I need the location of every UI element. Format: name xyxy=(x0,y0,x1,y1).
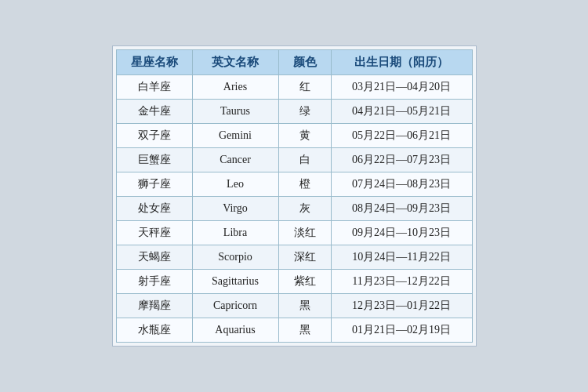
cell-cn: 天秤座 xyxy=(116,221,192,245)
table-row: 狮子座Leo橙07月24日—08月23日 xyxy=(116,172,472,197)
cell-en: Virgo xyxy=(192,197,278,221)
cell-en: Leo xyxy=(192,172,278,197)
cell-en: Sagittarius xyxy=(192,270,278,294)
table-row: 金牛座Taurus绿04月21日—05月21日 xyxy=(116,100,472,124)
cell-date: 12月23日—01月22日 xyxy=(331,294,472,318)
table-row: 巨蟹座Cancer白06月22日—07月23日 xyxy=(116,148,472,172)
table-row: 天蝎座Scorpio深红10月24日—11月22日 xyxy=(116,245,472,270)
cell-cn: 天蝎座 xyxy=(116,245,192,270)
cell-en: Cancer xyxy=(192,148,278,172)
cell-date: 06月22日—07月23日 xyxy=(331,148,472,172)
cell-color: 橙 xyxy=(278,172,331,197)
cell-color: 黑 xyxy=(278,318,331,343)
cell-color: 深红 xyxy=(278,245,331,270)
cell-color: 白 xyxy=(278,148,331,172)
cell-cn: 摩羯座 xyxy=(116,294,192,318)
table-row: 白羊座Aries红03月21日—04月20日 xyxy=(116,75,472,100)
table-row: 摩羯座Capricorn黑12月23日—01月22日 xyxy=(116,294,472,318)
cell-date: 05月22日—06月21日 xyxy=(331,124,472,148)
cell-en: Scorpio xyxy=(192,245,278,270)
cell-cn: 水瓶座 xyxy=(116,318,192,343)
header-color: 颜色 xyxy=(278,50,331,75)
cell-color: 淡红 xyxy=(278,221,331,245)
cell-en: Capricorn xyxy=(192,294,278,318)
cell-color: 绿 xyxy=(278,100,331,124)
cell-color: 黑 xyxy=(278,294,331,318)
header-en: 英文名称 xyxy=(192,50,278,75)
cell-date: 09月24日—10月23日 xyxy=(331,221,472,245)
cell-date: 08月24日—09月23日 xyxy=(331,197,472,221)
cell-date: 04月21日—05月21日 xyxy=(331,100,472,124)
cell-date: 03月21日—04月20日 xyxy=(331,75,472,100)
cell-en: Taurus xyxy=(192,100,278,124)
cell-cn: 金牛座 xyxy=(116,100,192,124)
cell-date: 11月23日—12月22日 xyxy=(331,270,472,294)
cell-cn: 处女座 xyxy=(116,197,192,221)
zodiac-table-container: 星座名称 英文名称 颜色 出生日期（阳历） 白羊座Aries红03月21日—04… xyxy=(112,45,477,347)
table-row: 天秤座Libra淡红09月24日—10月23日 xyxy=(116,221,472,245)
cell-color: 红 xyxy=(278,75,331,100)
cell-date: 10月24日—11月22日 xyxy=(331,245,472,270)
table-body: 白羊座Aries红03月21日—04月20日金牛座Taurus绿04月21日—0… xyxy=(116,75,472,343)
header-date: 出生日期（阳历） xyxy=(331,50,472,75)
cell-cn: 狮子座 xyxy=(116,172,192,197)
cell-en: Aries xyxy=(192,75,278,100)
cell-en: Gemini xyxy=(192,124,278,148)
cell-date: 07月24日—08月23日 xyxy=(331,172,472,197)
cell-cn: 双子座 xyxy=(116,124,192,148)
table-row: 处女座Virgo灰08月24日—09月23日 xyxy=(116,197,472,221)
table-row: 水瓶座Aquarius黑01月21日—02月19日 xyxy=(116,318,472,343)
table-row: 射手座Sagittarius紫红11月23日—12月22日 xyxy=(116,270,472,294)
zodiac-table: 星座名称 英文名称 颜色 出生日期（阳历） 白羊座Aries红03月21日—04… xyxy=(116,49,473,343)
cell-en: Aquarius xyxy=(192,318,278,343)
cell-color: 紫红 xyxy=(278,270,331,294)
cell-color: 灰 xyxy=(278,197,331,221)
cell-date: 01月21日—02月19日 xyxy=(331,318,472,343)
cell-cn: 白羊座 xyxy=(116,75,192,100)
cell-cn: 巨蟹座 xyxy=(116,148,192,172)
cell-cn: 射手座 xyxy=(116,270,192,294)
header-cn: 星座名称 xyxy=(116,50,192,75)
table-header-row: 星座名称 英文名称 颜色 出生日期（阳历） xyxy=(116,50,472,75)
cell-color: 黄 xyxy=(278,124,331,148)
cell-en: Libra xyxy=(192,221,278,245)
table-row: 双子座Gemini黄05月22日—06月21日 xyxy=(116,124,472,148)
